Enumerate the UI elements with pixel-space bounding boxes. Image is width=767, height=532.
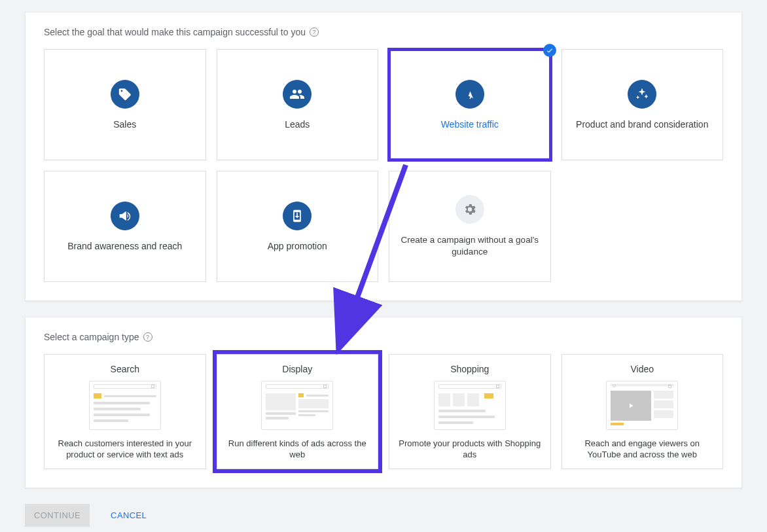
people-icon <box>283 80 312 109</box>
campaign-desc: Promote your products with Shopping ads <box>396 438 544 461</box>
cancel-button[interactable]: CANCEL <box>101 504 156 527</box>
tag-icon <box>111 80 139 109</box>
gear-icon <box>455 195 484 224</box>
goal-card-sales[interactable]: Sales <box>44 49 206 160</box>
goal-label: Leads <box>285 119 310 130</box>
phone-download-icon <box>283 202 312 230</box>
cursor-click-icon <box>455 80 484 109</box>
goals-grid: Sales Leads Website traffic <box>44 49 723 282</box>
campaign-card-search[interactable]: Search Reach customers interested in you… <box>44 354 206 469</box>
goal-label: Create a campaign without a goal's guida… <box>396 234 544 258</box>
help-icon[interactable]: ? <box>310 27 319 37</box>
campaign-desc: Run different kinds of ads across the we… <box>224 438 372 461</box>
campaign-card-video[interactable]: Video <box>562 354 724 469</box>
search-thumb-icon <box>89 381 161 430</box>
campaign-card-shopping[interactable]: Shopping Promote your products with Shop… <box>389 354 551 469</box>
video-thumb-icon <box>606 381 678 430</box>
display-thumb-icon <box>261 381 333 430</box>
campaign-heading-text: Select a campaign type <box>44 332 139 342</box>
campaigns-grid: Search Reach customers interested in you… <box>44 354 723 469</box>
footer-actions: CONTINUE CANCEL <box>25 504 742 527</box>
goal-card-no-goal[interactable]: Create a campaign without a goal's guida… <box>389 171 551 282</box>
goal-card-brand-awareness[interactable]: Brand awareness and reach <box>44 171 206 282</box>
goal-label: App promotion <box>268 241 327 251</box>
help-icon[interactable]: ? <box>143 332 152 342</box>
checkmark-icon <box>543 44 556 57</box>
campaign-types-panel: Select a campaign type ? Search Reach cu… <box>25 317 742 488</box>
goal-label: Sales <box>113 119 136 130</box>
goal-card-product-brand[interactable]: Product and brand consideration <box>562 49 724 160</box>
goal-label: Brand awareness and reach <box>67 241 182 251</box>
goal-label: Product and brand consideration <box>576 119 708 130</box>
goal-label: Website traffic <box>441 119 499 130</box>
campaign-desc: Reach and engage viewers on YouTube and … <box>569 438 717 461</box>
campaign-desc: Reach customers interested in your produ… <box>51 438 199 461</box>
goal-card-app-promotion[interactable]: App promotion <box>217 171 379 282</box>
megaphone-icon <box>111 202 139 230</box>
sparkle-icon <box>628 80 656 109</box>
goals-panel: Select the goal that would make this cam… <box>25 12 742 301</box>
goals-heading-text: Select the goal that would make this cam… <box>44 27 306 37</box>
goal-card-website-traffic[interactable]: Website traffic <box>389 49 551 160</box>
goals-heading: Select the goal that would make this cam… <box>44 27 723 37</box>
campaign-heading: Select a campaign type ? <box>44 332 723 342</box>
campaign-title: Video <box>630 364 654 374</box>
campaign-title: Display <box>282 364 312 374</box>
continue-button[interactable]: CONTINUE <box>25 504 90 527</box>
goal-card-leads[interactable]: Leads <box>217 49 379 160</box>
shopping-thumb-icon <box>434 381 506 430</box>
campaign-title: Search <box>111 364 139 374</box>
campaign-title: Shopping <box>450 364 489 374</box>
campaign-card-display[interactable]: Display <box>217 354 379 469</box>
